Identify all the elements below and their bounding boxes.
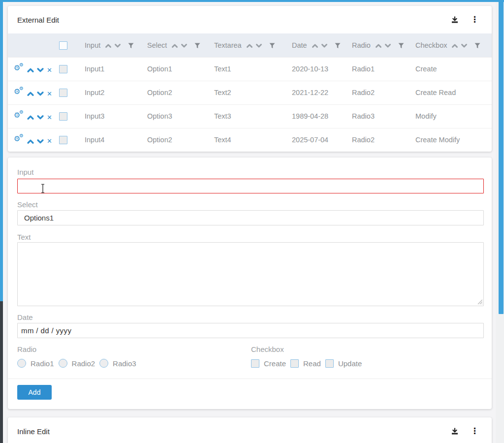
add-form-card: Input Select Options1 Text Date mm / dd … [8,158,492,409]
row-move-up-icon[interactable] [27,67,34,73]
checkbox-option-label: Update [338,359,362,368]
radio-option-radio2[interactable] [59,359,67,368]
cell-checkbox: Create [415,57,492,81]
radio-option-label: Radio1 [31,359,54,368]
sort-desc-icon[interactable] [181,43,188,48]
column-header-select: Select [147,33,214,57]
sort-desc-icon[interactable] [255,43,262,48]
right-scrollbar-thumb[interactable] [499,0,504,314]
card-title: External Edit [17,16,451,24]
checkbox-option-update[interactable] [325,359,334,368]
column-label: Date [292,41,307,49]
row-settings-icon[interactable]: ⚙⚙ [14,63,25,72]
table-header-row: Input Select Textarea Date Radio Checkbo… [8,33,492,57]
sort-asc-icon[interactable] [451,43,458,48]
cell-input: Input2 [85,81,147,104]
row-move-up-icon[interactable] [27,115,34,120]
sort-desc-icon[interactable] [384,43,391,48]
sort-asc-icon[interactable] [246,43,253,48]
input-label: Input [17,168,484,176]
row-move-up-icon[interactable] [27,139,34,144]
filter-icon[interactable] [398,43,404,49]
export-download-icon[interactable] [451,16,459,24]
row-delete-icon[interactable]: ✕ [47,90,52,97]
external-edit-header: External Edit ⋮ [8,6,492,33]
column-label: Radio [352,41,371,49]
left-scrollbar-thumb[interactable] [0,0,3,301]
cell-textarea: Text1 [214,57,292,81]
radio-option-label: Radio2 [72,359,95,368]
cell-radio: Radio1 [352,57,415,81]
sort-asc-icon[interactable] [312,43,318,48]
row-checkbox[interactable] [59,89,67,97]
checkbox-option-read[interactable] [290,359,299,368]
checkbox-option-create[interactable] [251,359,259,368]
top-accent-bar [0,0,504,2]
textarea-field[interactable] [17,242,484,306]
column-label: Textarea [214,41,242,49]
cell-select: Option2 [147,128,214,152]
sort-asc-icon[interactable] [171,43,178,48]
column-label: Checkbox [415,41,447,49]
select-all-checkbox[interactable] [59,41,67,50]
add-button[interactable]: Add [17,385,52,400]
cell-checkbox: Modify [415,104,492,128]
cell-select: Option2 [147,81,214,104]
radio-option-radio1[interactable] [17,359,26,368]
cell-radio: Radio2 [352,81,415,104]
column-header-input: Input [85,33,147,57]
kebab-menu-icon[interactable]: ⋮ [471,16,479,24]
checkbox-option-label: Create [264,359,286,368]
select-field[interactable]: Options1 [17,210,484,225]
cell-checkbox: Create Modify [415,128,492,152]
table-row: ⚙⚙✕ Input3 Option3 Text3 1989-04-28 Radi… [8,104,492,128]
filter-icon[interactable] [335,43,341,49]
row-delete-icon[interactable]: ✕ [47,66,52,74]
filter-icon[interactable] [194,43,200,49]
sort-asc-icon[interactable] [375,43,382,48]
card-title: Inline Edit [17,427,451,436]
kebab-menu-icon[interactable]: ⋮ [471,427,479,435]
row-checkbox[interactable] [59,65,67,73]
row-move-down-icon[interactable] [36,67,44,73]
sort-desc-icon[interactable] [321,43,328,48]
column-header-date: Date [292,33,352,57]
row-settings-icon[interactable]: ⚙⚙ [14,87,25,96]
cell-date: 1989-04-28 [292,104,352,128]
cell-date: 2020-10-13 [292,57,352,81]
row-move-up-icon[interactable] [27,91,34,96]
cell-textarea: Text3 [214,104,292,128]
row-move-down-icon[interactable] [36,115,44,120]
row-move-down-icon[interactable] [36,139,44,144]
row-settings-icon[interactable]: ⚙⚙ [14,111,25,120]
sort-desc-icon[interactable] [114,43,121,48]
row-delete-icon[interactable]: ✕ [47,137,52,145]
cell-radio: Radio3 [352,104,415,128]
sort-asc-icon[interactable] [105,43,112,48]
left-scrollbar-track[interactable] [0,301,3,443]
row-delete-icon[interactable]: ✕ [47,114,52,121]
column-header-radio: Radio [352,33,415,57]
filter-icon[interactable] [128,43,134,49]
cell-input: Input4 [85,128,147,152]
row-move-down-icon[interactable] [36,91,44,96]
export-download-icon[interactable] [451,427,459,435]
cell-textarea: Text2 [214,81,292,104]
select-label: Select [17,201,484,209]
row-settings-icon[interactable]: ⚙⚙ [14,134,25,143]
right-scrollbar-track[interactable] [496,0,504,443]
table-row: ⚙⚙✕ Input2 Option2 Text2 2021-12-22 Radi… [8,81,492,104]
row-checkbox[interactable] [59,136,67,144]
text-label: Text [17,233,484,241]
filter-icon[interactable] [269,43,275,49]
row-checkbox[interactable] [59,112,67,121]
checkbox-option-label: Read [303,359,321,368]
radio-option-radio3[interactable] [99,359,108,368]
date-label: Date [17,314,484,321]
sort-desc-icon[interactable] [461,43,468,48]
date-field[interactable]: mm / dd / yyyy [17,323,484,338]
table-row: ⚙⚙✕ Input4 Option2 Text4 2025-07-04 Radi… [8,128,492,152]
input-field[interactable] [17,179,484,193]
external-edit-card: External Edit ⋮ Input Select Textarea [8,6,492,152]
filter-icon[interactable] [474,43,480,49]
